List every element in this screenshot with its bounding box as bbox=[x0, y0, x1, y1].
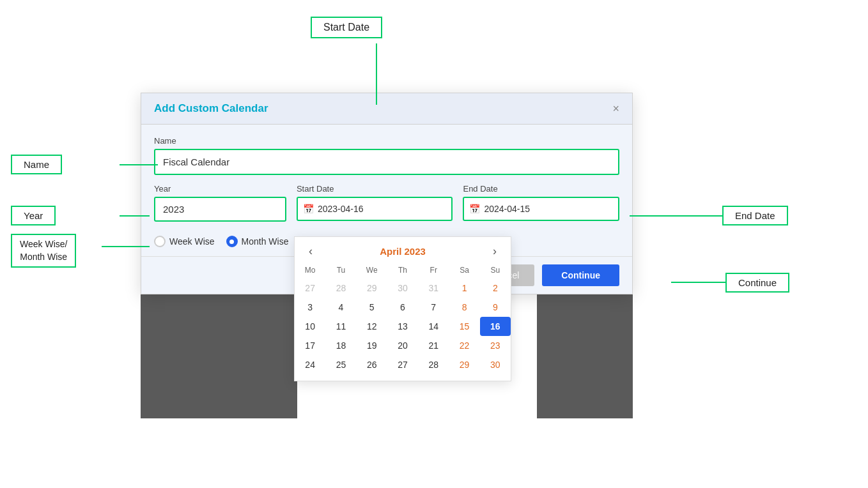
calendar-day[interactable]: 29 bbox=[449, 355, 479, 374]
calendar-day[interactable]: 12 bbox=[357, 317, 387, 336]
start-date-calendar-icon: 📅 bbox=[303, 204, 314, 214]
calendar-day[interactable]: 19 bbox=[357, 336, 387, 355]
cal-header-tu: Tu bbox=[325, 263, 356, 278]
calendar-day[interactable]: 26 bbox=[357, 355, 387, 374]
calendar-day[interactable]: 30 bbox=[480, 355, 511, 374]
calendar-day[interactable]: 25 bbox=[325, 355, 356, 374]
dialog-title: Add Custom Calendar bbox=[154, 102, 268, 115]
date-fields-row: Year Start Date 📅 End Date 📅 bbox=[154, 184, 619, 222]
dialog-title-add: Add bbox=[154, 102, 178, 114]
cal-header-we: We bbox=[357, 263, 387, 278]
dialog-header: Add Custom Calendar × bbox=[141, 93, 632, 125]
calendar-day[interactable]: 2 bbox=[480, 278, 511, 298]
cal-header-su: Su bbox=[480, 263, 511, 278]
cal-header-mo: Mo bbox=[295, 263, 325, 278]
end-date-label: End Date bbox=[463, 184, 619, 194]
year-annotation-label: Year bbox=[11, 206, 56, 225]
end-date-annotation-label: End Date bbox=[722, 206, 788, 225]
calendar-day[interactable]: 4 bbox=[325, 298, 356, 317]
start-date-annotation-label: Start Date bbox=[311, 17, 382, 38]
calendar-day[interactable]: 28 bbox=[418, 355, 449, 374]
week-wise-radio[interactable] bbox=[154, 236, 166, 247]
calendar-day[interactable]: 16 bbox=[480, 317, 511, 336]
calendar-day[interactable]: 29 bbox=[357, 278, 387, 298]
name-annotation-label: Name bbox=[11, 155, 62, 174]
calendar-day[interactable]: 24 bbox=[295, 355, 325, 374]
continue-annotation-line bbox=[671, 282, 725, 283]
calendar-day[interactable]: 13 bbox=[387, 317, 418, 336]
year-input[interactable] bbox=[154, 197, 286, 222]
continue-annotation-label: Continue bbox=[725, 273, 789, 293]
calendar-day[interactable]: 27 bbox=[387, 355, 418, 374]
calendar-day[interactable]: 3 bbox=[295, 298, 325, 317]
calendar-day[interactable]: 20 bbox=[387, 336, 418, 355]
continue-button[interactable]: Continue bbox=[542, 264, 619, 286]
end-date-input-wrap[interactable]: 📅 bbox=[463, 197, 619, 221]
bg-dark-left bbox=[141, 291, 297, 418]
calendar-day[interactable]: 22 bbox=[449, 336, 479, 355]
calendar-day[interactable]: 6 bbox=[387, 298, 418, 317]
calendar-day[interactable]: 23 bbox=[480, 336, 511, 355]
end-date-annotation-line bbox=[630, 215, 722, 217]
calendar-day[interactable]: 28 bbox=[325, 278, 356, 298]
calendar-day[interactable]: 1 bbox=[449, 278, 479, 298]
month-wise-label: Month Wise bbox=[242, 236, 289, 247]
name-field-label: Name bbox=[154, 136, 619, 146]
calendar-day[interactable]: 5 bbox=[357, 298, 387, 317]
calendar-day[interactable]: 18 bbox=[325, 336, 356, 355]
calendar-day[interactable]: 27 bbox=[295, 278, 325, 298]
calendar-prev-button[interactable]: ‹ bbox=[306, 245, 315, 258]
calendar-day[interactable]: 30 bbox=[387, 278, 418, 298]
month-wise-radio[interactable] bbox=[226, 236, 238, 247]
calendar-day[interactable]: 15 bbox=[449, 317, 479, 336]
calendar-next-button[interactable]: › bbox=[490, 245, 499, 258]
bg-dark-right bbox=[537, 291, 633, 418]
start-date-field-group: Start Date 📅 bbox=[297, 184, 453, 222]
week-wise-option[interactable]: Week Wise bbox=[154, 236, 215, 247]
calendar-day[interactable]: 10 bbox=[295, 317, 325, 336]
month-wise-option[interactable]: Month Wise bbox=[226, 236, 289, 247]
calendar-day[interactable]: 11 bbox=[325, 317, 356, 336]
start-date-input[interactable] bbox=[318, 198, 447, 220]
name-input[interactable] bbox=[154, 149, 619, 175]
calendar-day[interactable]: 7 bbox=[418, 298, 449, 317]
start-date-label: Start Date bbox=[297, 184, 453, 194]
dialog-title-custom: Custom bbox=[178, 102, 219, 114]
calendar-day[interactable]: 8 bbox=[449, 298, 479, 317]
dialog-title-calendar: Calendar bbox=[219, 102, 268, 114]
calendar-month-title: April 2023 bbox=[380, 246, 426, 257]
calendar-day[interactable]: 31 bbox=[418, 278, 449, 298]
calendar-day[interactable]: 17 bbox=[295, 336, 325, 355]
calendar-grid: Mo Tu We Th Fr Sa Su 2728293031123456789… bbox=[295, 263, 511, 374]
calendar-day[interactable]: 21 bbox=[418, 336, 449, 355]
calendar-header: ‹ April 2023 › bbox=[295, 237, 511, 263]
calendar-day[interactable]: 9 bbox=[480, 298, 511, 317]
end-date-calendar-icon: 📅 bbox=[469, 204, 480, 214]
calendar-popup: ‹ April 2023 › Mo Tu We Th Fr Sa Su 2728… bbox=[294, 236, 511, 381]
cal-header-sa: Sa bbox=[449, 263, 479, 278]
cal-header-fr: Fr bbox=[418, 263, 449, 278]
week-month-annotation-label: Week Wise/Month Wise bbox=[11, 234, 76, 268]
year-field-group: Year bbox=[154, 184, 286, 222]
week-wise-label: Week Wise bbox=[169, 236, 215, 247]
dialog-close-button[interactable]: × bbox=[612, 103, 619, 114]
end-date-field-group: End Date 📅 bbox=[463, 184, 619, 222]
cal-header-th: Th bbox=[387, 263, 418, 278]
calendar-day[interactable]: 14 bbox=[418, 317, 449, 336]
year-label: Year bbox=[154, 184, 286, 194]
start-date-input-wrap[interactable]: 📅 bbox=[297, 197, 453, 221]
end-date-input[interactable] bbox=[484, 198, 613, 220]
